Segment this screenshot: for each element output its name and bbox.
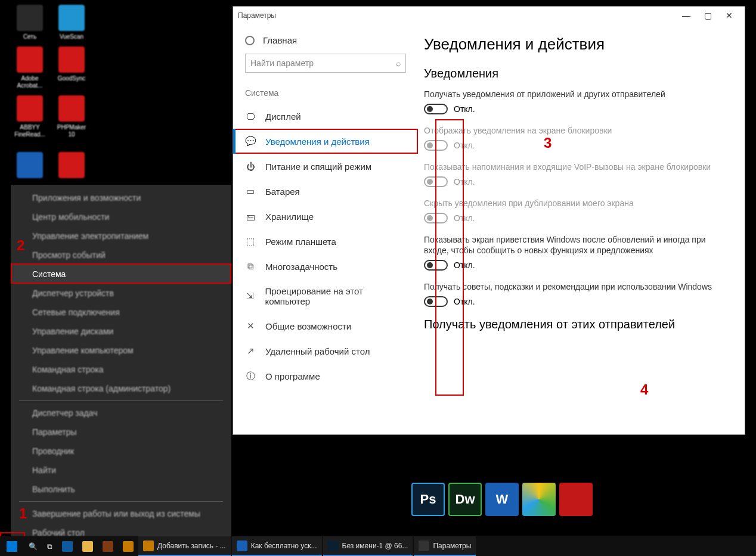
ctxmenu-item[interactable]: Диспетчер устройств (11, 284, 231, 303)
nav-item-label: Питание и спящий режим (265, 161, 371, 172)
close-button[interactable]: ✕ (718, 7, 740, 24)
taskbar-app[interactable]: Добавить запись - ... (138, 536, 231, 556)
option-label: Получать советы, подсказки и рекомендаци… (424, 281, 728, 293)
taskbar-taskview-icon[interactable]: ⧉ (42, 536, 57, 556)
nav-item[interactable]: ⧉Многозадачность (233, 254, 418, 279)
nav-item-icon: 🖵 (245, 111, 256, 122)
taskbar-pin-app2[interactable] (118, 536, 138, 556)
winx-context-menu: Приложения и возможностиЦентр мобильност… (11, 185, 231, 546)
option-label: Отображать уведомления на экране блокиро… (424, 125, 728, 136)
desktop-icon[interactable] (12, 152, 48, 181)
ctxmenu-item[interactable]: Система (11, 265, 231, 284)
desktop-icon[interactable]: Сеть (12, 5, 48, 41)
nav-item[interactable]: 💬Уведомления и действия (233, 129, 418, 154)
ctxmenu-item[interactable]: Выполнить (11, 480, 231, 499)
start-button[interactable] (0, 536, 24, 556)
nav-item[interactable]: ↗Удаленный рабочий стол (233, 338, 418, 364)
taskbar-search-icon[interactable]: 🔍 (24, 536, 42, 556)
settings-content: Уведомления и действия Уведомления Получ… (418, 24, 745, 434)
dock: PsDwW (411, 483, 593, 516)
nav-item-label: Хранилище (265, 212, 314, 222)
toggle-switch[interactable] (424, 260, 448, 271)
ctxmenu-item[interactable]: Диспетчер задач (11, 403, 231, 423)
nav-item[interactable]: ⓘО программе (233, 364, 418, 389)
page-title: Уведомления и действия (424, 35, 728, 54)
nav-item-label: Режим планшета (265, 237, 336, 247)
taskbar-pin-app[interactable] (98, 536, 118, 556)
nav-item-icon: ⧉ (245, 261, 256, 272)
toggle-switch[interactable] (424, 296, 448, 307)
nav-item[interactable]: 🖵Дисплей (233, 104, 418, 129)
search-input[interactable]: Найти параметр ⌕ (245, 54, 406, 73)
settings-nav: Главная Найти параметр ⌕ Система 🖵Диспле… (233, 24, 418, 434)
nav-item-icon: ⬚ (245, 236, 256, 247)
nav-item-label: Общие возможности (265, 321, 351, 331)
maximize-button[interactable]: ▢ (697, 7, 718, 24)
nav-item-icon: ⇲ (245, 291, 255, 302)
setting-option: Скрыть уведомления при дублировании моег… (424, 198, 728, 223)
desktop-icon[interactable]: ABBYY FineRead... (12, 95, 48, 138)
nav-group-label: Система (233, 85, 418, 104)
dock-app-icon[interactable]: Dw (448, 483, 482, 516)
ctxmenu-item[interactable]: Управление компьютером (11, 341, 231, 360)
taskbar: 🔍 ⧉ Добавить запись - ...Как бесплатно у… (0, 536, 756, 556)
toggle-state: Откл. (454, 177, 475, 187)
ctxmenu-item[interactable]: Завершение работы или выход из системы (11, 504, 231, 523)
ctxmenu-item[interactable]: Найти (11, 461, 231, 480)
nav-item[interactable]: ▭Батарея (233, 179, 418, 204)
nav-item[interactable]: ⇲Проецирование на этот компьютер (233, 279, 418, 313)
desktop-icon[interactable]: GoodSync (54, 46, 89, 82)
nav-item[interactable]: ⏻Питание и спящий режим (233, 154, 418, 179)
nav-item[interactable]: ✕Общие возможности (233, 313, 418, 338)
nav-item-label: Проецирование на этот компьютер (265, 286, 406, 306)
ctxmenu-item[interactable]: Приложения и возможности (11, 188, 231, 207)
toggle-switch (424, 213, 448, 223)
taskbar-app[interactable]: Как бесплатно уск... (232, 536, 322, 556)
toggle-switch (424, 176, 448, 187)
desktop-icon[interactable]: VueScan (54, 5, 89, 41)
toggle-state: Откл. (454, 297, 475, 306)
taskbar-app[interactable]: Параметры (414, 536, 476, 556)
minimize-button[interactable]: — (676, 7, 697, 24)
desktop-icon[interactable]: Adobe Acrobat... (12, 46, 48, 89)
settings-window: Параметры — ▢ ✕ Главная Найти параметр ⌕… (233, 6, 745, 435)
nav-item-label: Дисплей (265, 111, 301, 122)
ctxmenu-item[interactable]: Командная строка (администратор) (11, 379, 231, 398)
dock-app-icon[interactable]: Ps (411, 483, 445, 516)
nav-item-label: Многозадачность (265, 262, 337, 272)
ctxmenu-item[interactable]: Управление дисками (11, 322, 231, 341)
dock-app-icon[interactable] (559, 483, 593, 516)
setting-option: Получать уведомления от приложений и дру… (424, 89, 728, 114)
option-label: Показывать экран приветствия Windows пос… (424, 234, 728, 257)
nav-home[interactable]: Главная (233, 32, 418, 54)
taskbar-pin-explorer[interactable] (78, 536, 98, 556)
toggle-switch[interactable] (424, 104, 448, 114)
dock-app-icon[interactable]: W (485, 483, 519, 516)
nav-item-icon: ⓘ (245, 371, 256, 381)
window-title: Параметры (238, 11, 276, 20)
nav-item-icon: ✕ (245, 321, 256, 331)
nav-item-label: Уведомления и действия (265, 136, 370, 147)
taskbar-app[interactable]: Без имени-1 @ 66... (323, 536, 413, 556)
option-label: Скрыть уведомления при дублировании моег… (424, 198, 728, 209)
nav-item[interactable]: ⬚Режим планшета (233, 229, 418, 254)
taskbar-pin-edge[interactable] (57, 536, 78, 556)
setting-option: Отображать уведомления на экране блокиро… (424, 125, 728, 151)
dock-app-icon[interactable] (522, 483, 556, 516)
option-label: Показывать напоминания и входящие VoIP-в… (424, 161, 728, 173)
desktop-icon[interactable]: PHPMaker 10 (54, 95, 89, 138)
nav-item[interactable]: 🖴Хранилище (233, 204, 418, 229)
taskbar-app-label: Добавить запись - ... (157, 542, 226, 550)
ctxmenu-item[interactable]: Командная строка (11, 360, 231, 379)
setting-option: Показывать напоминания и входящие VoIP-в… (424, 161, 728, 187)
ctxmenu-item[interactable]: Центр мобильности (11, 207, 231, 226)
ctxmenu-item[interactable]: Проводник (11, 442, 231, 461)
nav-item-label: Удаленный рабочий стол (265, 346, 370, 356)
ctxmenu-item[interactable]: Просмотр событий (11, 246, 231, 265)
ctxmenu-item[interactable]: Управление электропитанием (11, 226, 231, 246)
ctxmenu-item[interactable]: Сетевые подключения (11, 303, 231, 322)
ctxmenu-item[interactable]: Параметры (11, 423, 231, 442)
desktop-icon[interactable] (54, 152, 89, 181)
nav-item-icon: ⏻ (245, 161, 256, 172)
toggle-state: Откл. (454, 213, 475, 223)
